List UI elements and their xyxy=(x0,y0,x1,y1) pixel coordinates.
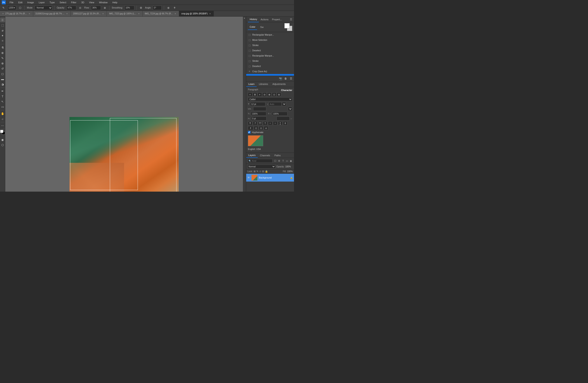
style-all-caps-btn[interactable]: TT xyxy=(258,121,262,125)
style-italic-btn[interactable]: T xyxy=(253,121,257,125)
menu-type[interactable]: Type xyxy=(49,1,56,4)
lock-checkerboard-btn[interactable]: ⊞ xyxy=(253,170,255,173)
history-item-1[interactable]: ⬚ Move Selection xyxy=(246,37,294,42)
hyphenate-checkbox[interactable] xyxy=(248,131,251,134)
flow-airbrush-btn[interactable]: ⊛ xyxy=(103,6,107,10)
style-underline-btn[interactable]: T xyxy=(278,121,282,125)
opacity-input[interactable] xyxy=(66,6,76,10)
stamp-tool-btn[interactable]: ⊗ xyxy=(0,61,5,66)
menu-select[interactable]: Select xyxy=(59,1,67,4)
fg-color-swatch[interactable] xyxy=(284,23,290,28)
history-delete-btn[interactable]: 🗑 xyxy=(284,77,288,81)
tab-2-x[interactable]: ✕ xyxy=(102,12,105,15)
contextual-alts-btn[interactable]: ⊡ xyxy=(259,126,263,130)
pen-tool-btn[interactable]: ✒ xyxy=(0,89,5,93)
align-justify-last-center-btn[interactable]: ⊡ xyxy=(272,93,276,96)
history-item-5[interactable]: ⬚ Stroke xyxy=(246,58,294,63)
menu-view[interactable]: View xyxy=(88,1,95,4)
symmetry-btn[interactable]: ⊛ xyxy=(166,6,170,10)
crop-tool-btn[interactable]: ⌗ xyxy=(0,38,5,43)
filter-shape-btn[interactable]: ▭ xyxy=(285,159,289,163)
brush-size-display[interactable]: 1200 ▾ xyxy=(7,6,16,10)
tracking-input[interactable] xyxy=(276,116,290,120)
lock-all-btn[interactable]: 🔒 xyxy=(265,170,268,173)
menu-layer[interactable]: Layer xyxy=(38,1,46,4)
font-size-input[interactable] xyxy=(250,102,265,106)
baseline-input[interactable] xyxy=(251,116,267,120)
leading-input[interactable] xyxy=(269,102,282,106)
tracking-unit-select[interactable]: ▾ xyxy=(288,107,292,111)
tab-5[interactable]: crop.jpg @ 100% (RGB/8*) ✕ xyxy=(179,11,214,16)
history-item-3[interactable]: ⬚ Deselect xyxy=(246,48,294,53)
style-subscript-btn[interactable]: T xyxy=(273,121,277,125)
tab-3-x[interactable]: ✕ xyxy=(138,12,140,15)
leading-unit-select[interactable]: ▾ xyxy=(282,102,286,106)
history-settings-btn[interactable]: ☰ xyxy=(289,77,293,81)
butterfly-btn[interactable]: ⚘ xyxy=(172,6,177,10)
tab-paths[interactable]: Paths xyxy=(272,153,283,158)
lock-artboard-btn[interactable]: ⊟ xyxy=(262,170,264,173)
tab-0[interactable]: ✕ 275.jpg @ 16.7% (R... ✕ xyxy=(0,11,33,16)
history-item-0[interactable]: ⬚ Rectangular Marque... xyxy=(246,32,294,37)
align-justify-btn[interactable]: ⊟ xyxy=(262,93,267,96)
menu-filter[interactable]: Filter xyxy=(70,1,77,4)
tab-2[interactable]: 20001227.jpg @ 33.3% (R... ✕ xyxy=(71,11,107,16)
align-justify-last-left-btn[interactable]: ⊠ xyxy=(267,93,272,96)
panel-options-btn[interactable]: ☰ xyxy=(290,18,292,21)
airbrush-btn[interactable]: ⊙ xyxy=(78,6,82,10)
layer-visibility-eye[interactable]: 👁 xyxy=(248,176,250,179)
tab-4[interactable]: IMG_7224.jpg @ 66.7% (R... ✕ xyxy=(143,11,179,16)
history-item-4[interactable]: ⬚ Rectangular Marque... xyxy=(246,53,294,58)
brush-picker-btn[interactable]: ✎ xyxy=(1,6,6,10)
color-box[interactable] xyxy=(0,130,5,135)
menu-3d[interactable]: 3D xyxy=(80,1,85,4)
align-left-btn[interactable]: ≡ xyxy=(248,93,252,96)
tab-adjustments[interactable]: Adjustments xyxy=(270,81,288,87)
tab-history[interactable]: History xyxy=(248,17,259,22)
brush-preset-btn[interactable]: ⬡ xyxy=(18,6,22,10)
angle-input[interactable] xyxy=(153,6,162,10)
fi-ligature-btn[interactable]: fi xyxy=(248,126,253,130)
tab-swatches[interactable]: Sw xyxy=(258,24,265,30)
tab-4-x[interactable]: ✕ xyxy=(174,12,177,15)
style-superscript-btn[interactable]: T xyxy=(268,121,272,125)
filter-smart-btn[interactable]: ◉ xyxy=(289,159,293,163)
menu-edit[interactable]: Edit xyxy=(18,1,23,4)
align-right-btn[interactable]: ≡ xyxy=(257,93,262,96)
type-tool-btn[interactable]: T xyxy=(0,94,5,99)
tab-1-x[interactable]: ✕ xyxy=(66,12,68,15)
history-item-7[interactable]: ⌗ Crop (Save As) xyxy=(246,69,294,74)
filter-adjust-btn[interactable]: ⚙ xyxy=(277,159,281,163)
marquee-tool-btn[interactable]: ⬚ xyxy=(0,23,5,27)
brush-settings-btn[interactable]: ⚙ xyxy=(139,6,143,10)
menu-file[interactable]: File xyxy=(9,1,14,4)
layers-filter-input[interactable] xyxy=(252,160,272,162)
foreground-color[interactable] xyxy=(0,130,3,133)
color-picker-area[interactable] xyxy=(284,23,292,31)
horizontal-scale-input[interactable] xyxy=(272,112,287,116)
move-tool-btn[interactable]: ⊹ xyxy=(0,18,5,22)
tab-layers[interactable]: Layers xyxy=(246,153,258,158)
eyedropper-tool-btn[interactable]: ⚗ xyxy=(0,45,5,50)
font-family-select[interactable]: Calibri Arial Times New Roman xyxy=(248,97,292,101)
more-tools-btn[interactable]: ⋯ xyxy=(0,123,5,128)
history-brush-btn[interactable]: ↺ xyxy=(0,66,5,71)
no-break-btn[interactable]: ⊘ xyxy=(264,126,268,130)
vertical-scale-input[interactable] xyxy=(251,112,266,116)
canvas-area[interactable]: ▲ ▼ ◀ ▶ xyxy=(5,17,246,192)
eraser-tool-btn[interactable]: ◻ xyxy=(0,71,5,76)
flow-input[interactable] xyxy=(91,6,101,10)
dodge-tool-btn[interactable]: ◑ xyxy=(0,82,5,87)
lock-brush-btn[interactable]: ✎ xyxy=(256,170,258,173)
kerning-input[interactable] xyxy=(253,107,266,111)
zoom-tool-btn[interactable]: ⌕ xyxy=(0,116,5,121)
scroll-up-arrow[interactable]: ▲ xyxy=(243,17,246,19)
tab-3[interactable]: IMG_7223.jpg @ 100% (L... ✕ xyxy=(107,11,142,16)
lock-move-btn[interactable]: ⊹ xyxy=(259,170,261,173)
filter-type-btn[interactable]: T xyxy=(281,159,285,163)
tab-properties[interactable]: Propert... xyxy=(270,17,284,22)
tab-5-x[interactable]: ✕ xyxy=(209,12,211,15)
style-bold-btn[interactable]: T xyxy=(248,121,252,125)
quick-mask-btn[interactable]: ◉ xyxy=(0,137,5,142)
tab-1[interactable]: 3100631inxgz.jpg @ 66.7% ... ✕ xyxy=(33,11,71,16)
